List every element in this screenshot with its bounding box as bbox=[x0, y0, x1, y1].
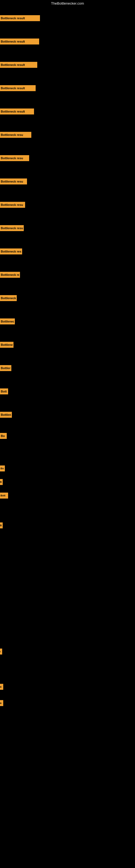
bar-b5: B bbox=[0, 700, 3, 706]
bar-row-20: Bo bbox=[0, 462, 135, 475]
bar-label-23: B bbox=[0, 524, 2, 527]
bar-label-4: Bottleneck result bbox=[1, 87, 25, 90]
chart-area: Bottleneck result Bottleneck result Bott… bbox=[0, 6, 135, 766]
bar-5: Bottleneck result bbox=[0, 108, 34, 115]
bar-label-21: B bbox=[0, 480, 2, 484]
bar-21: B bbox=[0, 479, 3, 485]
bar-row-2: Bottleneck result bbox=[0, 30, 135, 53]
bar-row-17: Bott bbox=[0, 380, 135, 403]
bar-label-9: Bottleneck resu bbox=[1, 203, 23, 207]
bar-label-22: Bott bbox=[1, 494, 5, 497]
bar-row-b1 bbox=[0, 586, 135, 641]
bar-label-16: Bottlenec bbox=[1, 367, 10, 370]
bar-label-10: Bottleneck resu bbox=[1, 226, 23, 230]
bar-16: Bottlenec bbox=[0, 365, 11, 371]
bar-label-14: Bottleneck re bbox=[1, 320, 14, 323]
bar-row-b4: B bbox=[0, 679, 135, 695]
bar-row-11: Bottleneck resu bbox=[0, 240, 135, 263]
bar-19: Bo bbox=[0, 433, 7, 439]
bar-15: Bottleneck re bbox=[0, 342, 13, 348]
site-title: TheBottlenecker.com bbox=[51, 1, 84, 5]
bar-11: Bottleneck resu bbox=[0, 248, 22, 254]
bar-label-b4: B bbox=[0, 686, 2, 688]
bar-row-10: Bottleneck resu bbox=[0, 216, 135, 240]
gap-2 bbox=[0, 502, 135, 519]
bar-label-15: Bottleneck re bbox=[1, 343, 13, 346]
bar-row-9: Bottleneck resu bbox=[0, 193, 135, 216]
bar-label-1: Bottleneck result bbox=[1, 17, 25, 20]
bar-row-3: Bottleneck result bbox=[0, 53, 135, 76]
gap-1 bbox=[0, 445, 135, 462]
bar-label-6: Bottleneck resu bbox=[1, 133, 23, 136]
bar-row-b2: I bbox=[0, 641, 135, 662]
bar-row-16: Bottlenec bbox=[0, 356, 135, 380]
bar-1: Bottleneck result bbox=[0, 15, 40, 21]
bar-6: Bottleneck resu bbox=[0, 132, 31, 138]
bar-row-12: Bottleneck res bbox=[0, 263, 135, 286]
bar-label-18: Bottlen bbox=[1, 413, 11, 416]
bar-2: Bottleneck result bbox=[0, 38, 39, 44]
bar-row-b3 bbox=[0, 662, 135, 679]
bottom-padding bbox=[0, 711, 135, 766]
bar-label-3: Bottleneck result bbox=[1, 63, 25, 66]
bar-label-8: Bottleneck resu bbox=[1, 180, 23, 183]
bar-label-13: Bottleneck re bbox=[1, 297, 16, 300]
bar-row-4: Bottleneck result bbox=[0, 76, 135, 100]
bar-row-5: Bottleneck result bbox=[0, 100, 135, 123]
bar-row-19: Bo bbox=[0, 426, 135, 445]
bar-7: Bottleneck resu bbox=[0, 155, 29, 161]
bar-18: Bottlen bbox=[0, 412, 12, 418]
bar-label-b5: B bbox=[0, 702, 2, 705]
bar-row-8: Bottleneck resu bbox=[0, 170, 135, 193]
bar-label-7: Bottleneck resu bbox=[1, 156, 23, 160]
bar-row-b5: B bbox=[0, 695, 135, 711]
gap-3 bbox=[0, 532, 135, 586]
bar-label-b2: I bbox=[0, 650, 1, 653]
bar-row-15: Bottleneck re bbox=[0, 333, 135, 356]
bar-row-6: Bottleneck resu bbox=[0, 123, 135, 147]
bar-14: Bottleneck re bbox=[0, 318, 15, 324]
bar-3: Bottleneck result bbox=[0, 62, 37, 68]
bar-b2: I bbox=[0, 649, 2, 654]
bar-row-18: Bottlen bbox=[0, 403, 135, 426]
bar-label-19: Bo bbox=[1, 434, 5, 437]
bar-row-1: Bottleneck result bbox=[0, 6, 135, 30]
bar-row-7: Bottleneck resu bbox=[0, 147, 135, 170]
bar-10: Bottleneck resu bbox=[0, 225, 24, 231]
bar-13: Bottleneck re bbox=[0, 295, 17, 301]
bar-22: Bott bbox=[0, 493, 8, 499]
bar-label-17: Bott bbox=[1, 390, 7, 393]
bar-23: B bbox=[0, 522, 3, 528]
bar-12: Bottleneck res bbox=[0, 272, 20, 278]
bar-17: Bott bbox=[0, 389, 8, 394]
bar-label-20: Bo bbox=[1, 467, 4, 470]
bar-9: Bottleneck resu bbox=[0, 202, 25, 208]
bar-row-22: Bott bbox=[0, 489, 135, 502]
bar-b4: B bbox=[0, 684, 3, 690]
bar-label-12: Bottleneck res bbox=[1, 273, 19, 276]
bar-row-14: Bottleneck re bbox=[0, 310, 135, 333]
bar-row-13: Bottleneck re bbox=[0, 286, 135, 310]
bar-label-11: Bottleneck resu bbox=[1, 250, 21, 253]
bar-20: Bo bbox=[0, 465, 5, 471]
bar-4: Bottleneck result bbox=[0, 85, 36, 91]
bar-row-23: B bbox=[0, 519, 135, 532]
page-wrapper: TheBottlenecker.com Bottleneck result Bo… bbox=[0, 0, 135, 766]
bar-8: Bottleneck resu bbox=[0, 179, 27, 184]
bar-label-2: Bottleneck result bbox=[1, 40, 25, 43]
bar-label-5: Bottleneck result bbox=[1, 110, 25, 113]
site-header: TheBottlenecker.com bbox=[0, 0, 135, 6]
bar-row-21: B bbox=[0, 475, 135, 489]
